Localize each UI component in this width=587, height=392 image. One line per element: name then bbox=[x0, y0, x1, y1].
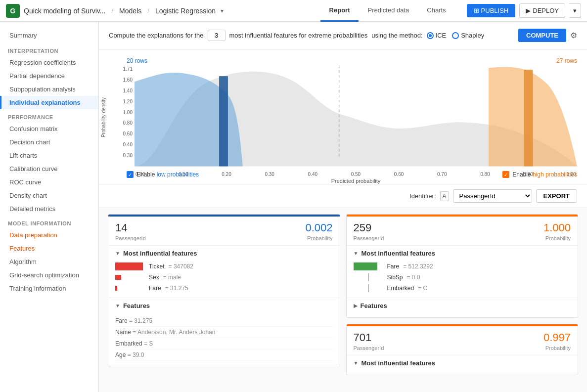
y-axis-ticks: 1.711.601.401.201.000.800.600.400.30 bbox=[119, 65, 135, 169]
compute-button[interactable]: COMPUTE bbox=[518, 29, 566, 42]
embarked-bar bbox=[354, 284, 383, 292]
card-left-prob-label: Probability bbox=[307, 235, 332, 241]
nav-report[interactable]: Report bbox=[320, 0, 359, 22]
top-nav: Report Predicted data Charts bbox=[320, 0, 455, 22]
sidebar-item-features[interactable]: Features bbox=[0, 242, 98, 255]
deploy-button[interactable]: ▶ DEPLOY bbox=[519, 3, 565, 18]
card-left-id: 14 bbox=[115, 221, 127, 234]
method-radio-group: ICE Shapley bbox=[427, 32, 485, 39]
nav-charts[interactable]: Charts bbox=[418, 0, 454, 22]
sidebar: Summary INTERPRETATION Regression coeffi… bbox=[0, 22, 99, 392]
sidebar-item-calibration-curve[interactable]: Calibration curve bbox=[0, 162, 98, 175]
sidebar-item-decision-chart[interactable]: Decision chart bbox=[0, 135, 98, 149]
svg-rect-0 bbox=[219, 76, 228, 166]
identifier-field-icon: A bbox=[440, 191, 449, 201]
sidebar-item-algorithm[interactable]: Algorithm bbox=[0, 255, 98, 268]
features-triangle-icon: ▼ bbox=[115, 303, 120, 308]
card-right2-top: 701 0.997 bbox=[347, 326, 578, 345]
card-right-labels: PassengerId Probability bbox=[347, 235, 578, 245]
card-right2-probability: 0.997 bbox=[543, 331, 571, 344]
sidebar-item-lift-charts[interactable]: Lift charts bbox=[0, 149, 98, 162]
sidebar-item-individual-explanations[interactable]: Individual explanations bbox=[0, 96, 98, 109]
sibsp-bar bbox=[354, 273, 383, 281]
feature-row-fare: Fare = 31.275 bbox=[115, 283, 333, 294]
card-right2-labels: PassengerId Probability bbox=[347, 345, 578, 355]
card-left-probability: 0.002 bbox=[305, 221, 332, 234]
sidebar-item-data-preparation[interactable]: Data preparation bbox=[0, 228, 98, 242]
card-right-id: 259 bbox=[354, 221, 372, 234]
right-card-col: 259 1.000 PassengerId Probability ▼ Most… bbox=[346, 214, 579, 381]
feature-fare-name: Fare bbox=[149, 285, 161, 292]
features-count-input[interactable] bbox=[208, 30, 226, 41]
models-label[interactable]: Models bbox=[119, 7, 141, 15]
data-fare: Fare = 31.275 bbox=[115, 315, 333, 327]
settings-icon[interactable]: ⚙ bbox=[570, 31, 577, 40]
card-right-prob-label: Probability bbox=[545, 235, 571, 241]
sidebar-item-detailed-metrics[interactable]: Detailed metrics bbox=[0, 202, 98, 216]
card-left-top: 14 0.002 bbox=[108, 217, 340, 235]
card-left-influential-section: ▼ Most influential features Ticket = 347… bbox=[108, 245, 340, 298]
card-left: 14 0.002 PassengerId Probability ▼ Most … bbox=[108, 214, 340, 367]
sidebar-item-partial-dependence[interactable]: Partial dependence bbox=[0, 69, 98, 83]
sidebar-section-performance: PERFORMANCE bbox=[0, 109, 98, 122]
sidebar-item-regression-coefficients[interactable]: Regression coefficients bbox=[0, 56, 98, 69]
sidebar-section-interpretation: INTERPRETATION bbox=[0, 43, 98, 56]
project-title: Quick modeling of Surviv... bbox=[24, 7, 105, 15]
card-right2-id: 701 bbox=[354, 331, 372, 344]
feature-row-ticket: Ticket = 347082 bbox=[115, 261, 333, 272]
model-name[interactable]: Logistic Regression bbox=[155, 7, 216, 15]
ticket-bar-fill bbox=[115, 262, 143, 270]
method-ice-option[interactable]: ICE bbox=[427, 32, 447, 39]
sidebar-item-training-information[interactable]: Training information bbox=[0, 282, 98, 295]
ticket-bar bbox=[115, 262, 145, 270]
sidebar-item-confusion-matrix[interactable]: Confusion matrix bbox=[0, 122, 98, 135]
method-shapley-option[interactable]: Shapley bbox=[452, 32, 484, 39]
fare-bar-right bbox=[354, 262, 383, 270]
card-right-influential-title[interactable]: ▼ Most influential features bbox=[354, 250, 571, 257]
main-content: Compute the explanations for the most in… bbox=[99, 22, 587, 392]
enable-low-checkbox[interactable]: ✓ bbox=[127, 171, 134, 178]
sidebar-item-grid-search[interactable]: Grid-search optimization bbox=[0, 268, 98, 282]
deploy-dropdown-button[interactable]: ▾ bbox=[569, 3, 581, 18]
feature-embarked-value: = C bbox=[418, 285, 427, 292]
embarked-vert-bar bbox=[368, 284, 369, 292]
sidebar-item-summary[interactable]: Summary bbox=[0, 28, 98, 43]
export-button[interactable]: EXPORT bbox=[536, 189, 577, 203]
identifier-label: Identifier: bbox=[409, 192, 436, 200]
card-right-features-title[interactable]: ▶ Features bbox=[354, 302, 571, 309]
card-right2-influential-section: ▼ Most influential features bbox=[347, 355, 578, 375]
identifier-select[interactable]: PassengerId bbox=[453, 189, 532, 203]
explain-suffix: most influential features for extreme pr… bbox=[229, 32, 368, 39]
sidebar-item-subpopulation-analysis[interactable]: Subpopulation analysis bbox=[0, 83, 98, 96]
explain-bar: Compute the explanations for the most in… bbox=[99, 22, 587, 49]
sidebar-item-roc-curve[interactable]: ROC curve bbox=[0, 175, 98, 189]
fare-bar-right-fill bbox=[354, 262, 377, 270]
feature-ticket-name: Ticket bbox=[149, 263, 165, 270]
feature-row-embarked-right: Embarked = C bbox=[354, 283, 571, 294]
orange-rows-label: 27 rows bbox=[556, 57, 577, 64]
feature-sex-value: = male bbox=[163, 274, 181, 281]
feature-embarked-name: Embarked bbox=[387, 285, 414, 292]
sex-bar bbox=[115, 273, 145, 281]
identifier-row: Identifier: A PassengerId EXPORT bbox=[99, 184, 587, 208]
model-dropdown-icon[interactable]: ▾ bbox=[221, 7, 224, 14]
feature-fare-value: = 31.275 bbox=[165, 285, 188, 292]
nav-predicted-data[interactable]: Predicted data bbox=[359, 0, 418, 22]
svg-rect-1 bbox=[524, 70, 533, 167]
sidebar-item-density-chart[interactable]: Density chart bbox=[0, 189, 98, 202]
sidebar-section-model-info: MODEL INFORMATION bbox=[0, 216, 98, 228]
card-right-probability: 1.000 bbox=[543, 221, 571, 234]
topbar-actions: ⊞ PUBLISH ▶ DEPLOY ▾ bbox=[467, 3, 581, 18]
feature-sibsp-name: SibSp bbox=[387, 274, 403, 281]
cards-area: 14 0.002 PassengerId Probability ▼ Most … bbox=[99, 208, 587, 387]
card-left-influential-title[interactable]: ▼ Most influential features bbox=[115, 250, 333, 257]
explain-prefix: Compute the explanations for the bbox=[109, 32, 204, 39]
feature-sibsp-value: = 0.0 bbox=[407, 274, 420, 281]
app-logo: G bbox=[6, 4, 20, 18]
publish-button[interactable]: ⊞ PUBLISH bbox=[467, 4, 516, 17]
influential-triangle-icon: ▼ bbox=[115, 251, 120, 256]
shapley-label: Shapley bbox=[461, 32, 484, 39]
feature-sex-name: Sex bbox=[149, 274, 159, 281]
card-left-features-title[interactable]: ▼ Features bbox=[115, 302, 333, 309]
card-right2-influential-title[interactable]: ▼ Most influential features bbox=[354, 359, 571, 367]
